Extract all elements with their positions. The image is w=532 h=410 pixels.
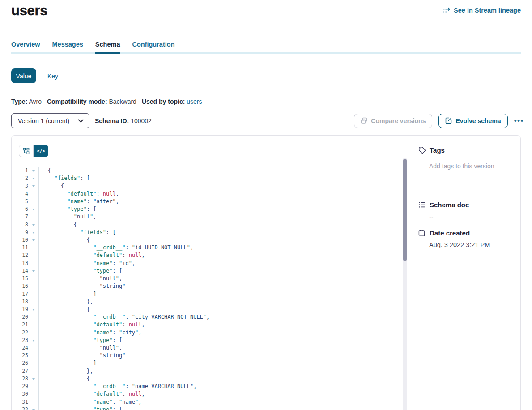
version-select[interactable]: Version 1 (current)	[11, 113, 89, 128]
fold-toggle[interactable]	[28, 175, 38, 182]
code-line: 12 "default": null,	[19, 252, 411, 259]
line-number: 28	[19, 375, 28, 383]
code-line: 24 "null",	[19, 344, 411, 352]
line-number: 8	[19, 221, 28, 229]
code-line: 26 ]	[19, 359, 411, 367]
code-line: 19 {	[19, 306, 411, 313]
line-number: 13	[19, 260, 28, 267]
tab-track	[11, 52, 521, 54]
code-line: 22 "name": "city",	[19, 329, 411, 337]
line-number: 7	[19, 213, 28, 221]
code-line: 16 "string"	[19, 282, 411, 290]
tree-view-button[interactable]	[19, 145, 34, 157]
code-line: 4 "default": null,	[19, 190, 411, 198]
date-created-title: Date created	[430, 229, 470, 237]
fold-toggle[interactable]	[28, 167, 38, 175]
code-line: 23 "type": [	[19, 337, 411, 344]
view-toggle: </>	[19, 145, 48, 157]
fold-toggle	[28, 398, 38, 406]
fold-toggle	[28, 252, 38, 259]
fold-toggle	[28, 352, 38, 359]
schema-page: users See in Stream lineage OverviewMess…	[0, 0, 532, 410]
code-line: 6 "type": [	[19, 205, 411, 213]
fold-toggle[interactable]	[28, 306, 38, 313]
fold-toggle[interactable]	[28, 205, 38, 213]
more-actions-button[interactable]: •••	[514, 116, 524, 125]
fold-toggle	[28, 313, 38, 321]
schema-id-value: 100002	[131, 117, 152, 124]
line-number: 14	[19, 267, 28, 275]
code-line: 18 },	[19, 298, 411, 306]
value-toggle-button[interactable]: Value	[11, 68, 36, 83]
tab-overview[interactable]: Overview	[11, 41, 40, 54]
type-value: Avro	[29, 98, 42, 105]
fold-toggle	[28, 290, 38, 298]
line-number: 15	[19, 275, 28, 282]
line-number: 22	[19, 329, 28, 337]
code-line: 2 "fields": [	[19, 175, 411, 182]
fold-toggle[interactable]	[28, 182, 38, 190]
line-number: 4	[19, 190, 28, 198]
topic-link[interactable]: users	[187, 98, 202, 105]
line-number: 23	[19, 337, 28, 344]
schema-id-label: Schema ID:	[95, 117, 129, 124]
line-number: 20	[19, 313, 28, 321]
page-title: users	[11, 3, 47, 19]
code-line: 3 {	[19, 182, 411, 190]
line-number: 16	[19, 282, 28, 290]
code-view-button[interactable]: </>	[34, 145, 48, 157]
code-line: 17 ]	[19, 290, 411, 298]
tab-schema[interactable]: Schema	[95, 41, 120, 54]
chevron-down-icon	[78, 119, 84, 123]
fold-toggle[interactable]	[28, 229, 38, 236]
fold-toggle[interactable]	[28, 375, 38, 383]
code-line: 21 "default": null,	[19, 321, 411, 329]
line-number: 10	[19, 236, 28, 244]
line-number: 1	[19, 167, 28, 175]
fold-toggle	[28, 367, 38, 375]
scrollbar-thumb[interactable]	[403, 159, 407, 261]
line-number: 12	[19, 252, 28, 259]
tab-configuration[interactable]: Configuration	[132, 41, 174, 54]
fold-toggle	[28, 198, 38, 205]
sidebar-divider	[418, 188, 514, 188]
key-toggle-button[interactable]: Key	[47, 73, 58, 80]
fold-toggle	[28, 244, 38, 252]
editor-scrollbar[interactable]	[403, 158, 407, 410]
code-line: 11 "__crdb__": "id UUID NOT NULL",	[19, 244, 411, 252]
fold-toggle[interactable]	[28, 406, 38, 410]
fold-toggle[interactable]	[28, 267, 38, 275]
topic-label: Used by topic:	[142, 98, 185, 105]
line-number: 19	[19, 306, 28, 313]
line-number: 25	[19, 352, 28, 359]
fold-toggle[interactable]	[28, 221, 38, 229]
fold-toggle[interactable]	[28, 337, 38, 344]
tree-view-icon	[23, 148, 30, 154]
fold-toggle	[28, 275, 38, 282]
compare-versions-button[interactable]: Compare versions	[354, 114, 432, 128]
code-line: 31 "name": "name",	[19, 398, 411, 406]
fold-toggle[interactable]	[28, 236, 38, 244]
stream-lineage-icon	[443, 7, 451, 14]
tag-icon	[418, 146, 426, 154]
tab-bar: OverviewMessagesSchemaConfiguration	[11, 41, 521, 54]
edit-icon	[445, 117, 452, 124]
code-line: 29 "__crdb__": "name VARCHAR NULL",	[19, 383, 411, 390]
line-number: 6	[19, 205, 28, 213]
evolve-schema-button[interactable]: Evolve schema	[438, 114, 507, 128]
schema-doc-value: --	[429, 213, 514, 220]
tab-messages[interactable]: Messages	[52, 41, 83, 54]
code-line: 7 "null",	[19, 213, 411, 221]
code-line: 8 {	[19, 221, 411, 229]
calendar-plus-icon	[418, 229, 426, 237]
code-line: 10 {	[19, 236, 411, 244]
line-number: 24	[19, 344, 28, 352]
stream-lineage-link[interactable]: See in Stream lineage	[443, 7, 521, 14]
line-number: 2	[19, 175, 28, 182]
code-line: 28 {	[19, 375, 411, 383]
type-label: Type:	[11, 98, 27, 105]
line-number: 11	[19, 244, 28, 252]
line-number: 26	[19, 359, 28, 367]
tags-input[interactable]	[429, 162, 514, 174]
line-number: 5	[19, 198, 28, 205]
